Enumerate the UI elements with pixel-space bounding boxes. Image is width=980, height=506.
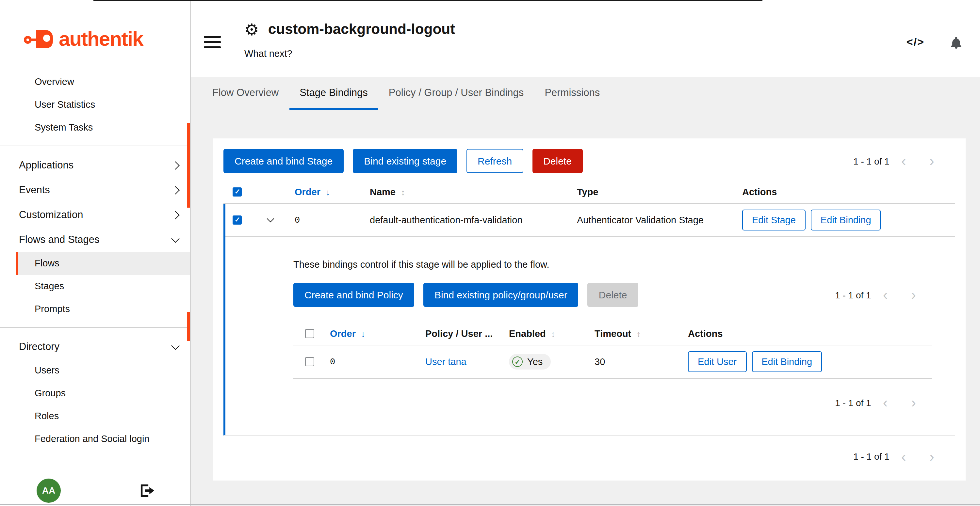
notifications-bell-icon[interactable] [949,35,963,50]
sidebar-item-roles[interactable]: Roles [16,405,190,428]
stage-bindings-card: Create and bind Stage Bind existing stag… [213,138,966,481]
bind-existing-policy-group-user-button[interactable]: Bind existing policy/group/user [423,283,579,307]
sort-desc-icon: ↓ [326,187,330,197]
main-area: ⚙ custom-background-logout What next? </… [191,0,980,506]
header-icons: </> [907,35,963,50]
bindings-description: These bindings control if this stage wil… [293,259,932,270]
column-header-order[interactable]: Order ↓ [330,328,425,339]
chevron-right-icon [171,161,179,169]
tab-permissions[interactable]: Permissions [534,77,610,110]
edit-stage-button[interactable]: Edit Stage [742,209,805,230]
stage-name-cell: default-authentication-mfa-validation [363,215,570,225]
sidebar-item-overview[interactable]: Overview [16,70,190,94]
stage-binding-expanded-panel: These bindings control if this stage wil… [225,237,955,435]
tab-stage-bindings[interactable]: Stage Bindings [289,77,378,110]
sort-both-icon: ↕ [551,329,555,338]
sidebar-item-federation-social-login[interactable]: Federation and Social login [16,428,190,450]
sidebar-item-flows-and-stages[interactable]: Flows and Stages [16,227,190,252]
sidebar-scrollbar-thumb[interactable] [187,312,190,341]
sidebar-item-users[interactable]: Users [16,359,190,382]
tab-policy-group-user-bindings[interactable]: Policy / Group / User Bindings [378,77,535,110]
sidebar-item-label: Directory [19,341,59,352]
pagination-next-icon[interactable]: › [929,155,934,167]
column-header-type: Type [570,187,735,197]
pagination-label: 1 - 1 of 1 [835,290,871,300]
chevron-down-icon [171,234,179,242]
stage-pagination-bottom: 1 - 1 of 1 ‹ › [853,451,934,462]
policy-select-all-checkbox[interactable] [305,329,314,338]
policy-table-header: Order ↓ Policy / User ... Enabled ↕ [293,322,932,346]
column-header-enabled[interactable]: Enabled ↕ [509,328,595,339]
policy-order-cell: 0 [330,357,425,366]
page-title: custom-background-logout [268,20,455,39]
authentik-logo-icon [24,26,54,52]
pagination-next-icon[interactable]: › [911,289,916,300]
sidebar-item-user-statistics[interactable]: User Statistics [16,94,190,116]
logout-icon[interactable] [140,484,155,496]
column-header-order[interactable]: Order ↓ [288,187,363,197]
pagination-prev-icon[interactable]: ‹ [883,397,888,408]
sidebar-nav: Overview User Statistics System Tasks Ap… [0,70,190,450]
bind-existing-stage-button[interactable]: Bind existing stage [353,149,457,173]
pagination-prev-icon[interactable]: ‹ [901,451,906,462]
sidebar-item-directory[interactable]: Directory [16,334,190,359]
policy-binding-row[interactable]: 0 User tana ✓ Yes 30 Edit User [293,346,932,379]
sort-both-icon: ↕ [636,329,641,338]
stage-toolbar: Create and bind Stage Bind existing stag… [223,149,955,173]
pagination-next-icon[interactable]: › [911,397,916,408]
policy-pagination-bottom: 1 - 1 of 1 ‹ › [835,397,916,408]
select-all-checkbox[interactable] [232,187,242,197]
sidebar-scrollbar-thumb[interactable] [187,123,190,208]
avatar[interactable]: AA [37,478,61,503]
row-checkbox[interactable] [305,357,314,366]
column-header-actions: Actions [735,187,955,197]
edit-binding-button[interactable]: Edit Binding [811,209,881,230]
sidebar-item-prompts[interactable]: Prompts [16,298,190,320]
column-header-timeout[interactable]: Timeout ↕ [595,328,688,339]
policy-actions-cell: Edit User Edit Binding [688,351,932,372]
sidebar-item-groups[interactable]: Groups [16,382,190,405]
delete-stage-binding-button[interactable]: Delete [532,149,583,173]
nav-divider [0,146,190,146]
policy-enabled-cell: ✓ Yes [509,354,595,370]
pagination-prev-icon[interactable]: ‹ [901,155,906,167]
sidebar-item-customization[interactable]: Customization [16,202,190,227]
refresh-button[interactable]: Refresh [466,149,523,173]
stage-binding-row[interactable]: 0 default-authentication-mfa-validation … [225,204,955,237]
pagination-next-icon[interactable]: › [929,451,934,462]
tab-flow-overview[interactable]: Flow Overview [202,77,289,110]
row-checkbox[interactable] [232,216,242,225]
row-expander-chevron-icon[interactable] [259,219,288,221]
window-top-edge [94,0,762,1]
app-root: authentik Overview User Statistics Syste… [0,0,980,506]
policy-user-link[interactable]: User tana [425,357,509,367]
edit-binding-button[interactable]: Edit Binding [752,351,822,372]
flow-stage-icon: ⚙ [244,21,259,38]
sidebar-item-flows[interactable]: Flows [16,252,190,275]
tab-bar: Flow Overview Stage Bindings Policy / Gr… [191,77,980,110]
authentik-logo[interactable]: authentik [0,0,190,52]
delete-policy-binding-button[interactable]: Delete [588,283,638,307]
nav-divider [0,327,190,328]
api-code-icon[interactable]: </> [907,36,924,49]
sidebar-item-label: Customization [19,209,83,220]
stage-pagination-bottom-row: 1 - 1 of 1 ‹ › [223,451,955,462]
policy-pagination-top: 1 - 1 of 1 ‹ › [835,289,916,300]
create-and-bind-stage-button[interactable]: Create and bind Stage [223,149,344,173]
menu-toggle-icon[interactable] [204,36,221,52]
edit-user-button[interactable]: Edit User [688,351,746,372]
stage-table-header: Order ↓ Name ↕ Type Actions [223,181,955,204]
column-header-policy-user: Policy / User ... [425,328,509,339]
pagination-prev-icon[interactable]: ‹ [883,289,888,300]
sidebar-item-events[interactable]: Events [16,178,190,202]
page-header: ⚙ custom-background-logout What next? </… [191,0,980,77]
sidebar-item-applications[interactable]: Applications [16,153,190,178]
column-header-name[interactable]: Name ↕ [363,187,570,197]
create-and-bind-policy-button[interactable]: Create and bind Policy [293,283,414,307]
pagination-label: 1 - 1 of 1 [853,452,889,462]
window-bottom-edge [0,504,980,505]
sidebar-item-stages[interactable]: Stages [16,275,190,298]
policy-pagination-bottom-row: 1 - 1 of 1 ‹ › [293,397,932,408]
sidebar-item-system-tasks[interactable]: System Tasks [16,116,190,139]
chevron-right-icon [171,211,179,219]
